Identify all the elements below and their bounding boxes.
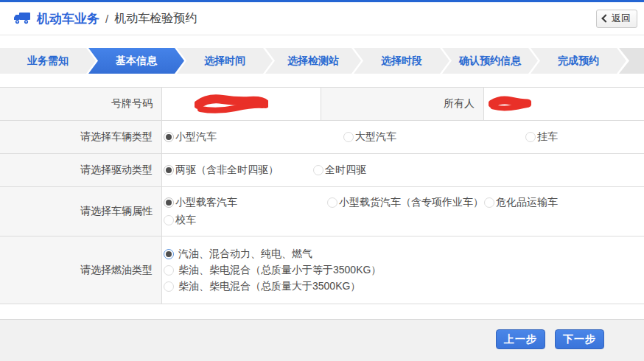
radio-option-school-bus[interactable]: 校车 xyxy=(164,214,196,227)
drive-type-options: 两驱（含非全时四驱） 全时四驱 xyxy=(162,154,644,186)
option-label: 小型载客汽车 xyxy=(175,196,237,209)
back-button-label: 返回 xyxy=(612,12,631,25)
option-label: 汽油、混合动力、纯电、燃气 xyxy=(178,248,312,261)
plate-number-label: 号牌号码 xyxy=(0,88,162,120)
table-row-vehicle-attr: 请选择车辆属性 小型载客汽车 小型载货汽车（含专项作业车） 危化品运输车 xyxy=(0,187,644,236)
back-chevron-icon xyxy=(601,14,609,22)
radio-option-diesel-gt-3500kg[interactable]: 柴油、柴电混合（总质量大于3500KG） xyxy=(164,280,360,293)
radio-icon[interactable] xyxy=(525,132,536,142)
next-step-button[interactable]: 下一步 xyxy=(555,329,604,349)
plate-redaction-scribble xyxy=(195,94,268,113)
radio-selected-icon[interactable] xyxy=(164,197,174,208)
vehicle-type-label: 请选择车辆类型 xyxy=(0,121,162,153)
vehicle-type-options: 小型汽车 大型汽车 挂车 xyxy=(162,121,644,153)
radio-option-trailer[interactable]: 挂车 xyxy=(525,130,558,144)
option-label: 危化品运输车 xyxy=(496,196,558,209)
radio-option-small-car[interactable]: 小型汽车 xyxy=(164,130,343,144)
step-select-timeslot[interactable]: 选择时段 xyxy=(354,48,449,74)
step-business-notice[interactable]: 业务需知 xyxy=(0,48,96,74)
vehicle-attr-line-1: 小型载客汽车 小型载货汽车（含专项作业车） 危化品运输车 xyxy=(164,196,558,209)
vehicle-inspection-page: 机动车业务 / 机动车检验预约 返回 业务需知 基本信息 选择时间 选择检测站 … xyxy=(0,0,644,361)
drive-type-label: 请选择驱动类型 xyxy=(0,154,162,186)
owner-value xyxy=(484,88,644,120)
step-select-station[interactable]: 选择检测站 xyxy=(265,48,361,74)
plate-number-value xyxy=(162,88,321,120)
page-header: 机动车业务 / 机动车检验预约 返回 xyxy=(0,2,644,35)
step-confirm-info[interactable]: 确认预约信息 xyxy=(442,48,538,74)
radio-option-two-wheel-drive[interactable]: 两驱（含非全时四驱） xyxy=(164,164,313,177)
step-select-time[interactable]: 选择时间 xyxy=(177,48,273,74)
wizard-stepper: 业务需知 基本信息 选择时间 选择检测站 选择时段 确认预约信息 完成预约 xyxy=(0,48,644,74)
vehicle-attr-line-2: 校车 xyxy=(164,214,196,227)
basic-info-form: 号牌号码 所有人 请选择车辆类型 小型汽车 xyxy=(0,87,644,304)
radio-option-diesel-le-3500kg[interactable]: 柴油、柴电混合（总质量小于等于3500KG） xyxy=(164,264,381,277)
option-label: 小型载货汽车（含专项作业车） xyxy=(339,196,483,209)
radio-selected-icon[interactable] xyxy=(164,132,174,142)
option-label: 校车 xyxy=(175,214,196,227)
prev-step-button[interactable]: 上一步 xyxy=(496,329,545,349)
option-label: 大型汽车 xyxy=(355,130,396,144)
radio-option-small-passenger[interactable]: 小型载客汽车 xyxy=(164,196,327,209)
option-label: 全时四驱 xyxy=(325,164,366,177)
option-label: 挂车 xyxy=(537,130,558,144)
radio-icon[interactable] xyxy=(313,165,323,175)
wizard-footer: 上一步 下一步 xyxy=(0,319,644,361)
option-label: 柴油、柴电混合（总质量大于3500KG） xyxy=(178,280,360,293)
page-title: 机动车业务 xyxy=(37,10,99,27)
radio-icon[interactable] xyxy=(164,215,174,225)
table-row-plate-owner: 号牌号码 所有人 xyxy=(0,88,644,121)
option-label: 小型汽车 xyxy=(175,130,217,144)
radio-icon[interactable] xyxy=(484,197,494,208)
radio-option-all-time-4wd[interactable]: 全时四驱 xyxy=(313,164,366,177)
option-label: 柴油、柴电混合（总质量小于等于3500KG） xyxy=(178,264,381,277)
step-complete[interactable]: 完成预约 xyxy=(531,48,626,74)
back-button[interactable]: 返回 xyxy=(596,10,637,28)
owner-label: 所有人 xyxy=(321,88,484,120)
vehicle-attr-label: 请选择车辆属性 xyxy=(0,187,162,236)
radio-icon[interactable] xyxy=(343,132,354,142)
radio-selected-icon[interactable] xyxy=(164,249,174,259)
vehicle-attr-options: 小型载客汽车 小型载货汽车（含专项作业车） 危化品运输车 校车 xyxy=(162,187,644,236)
owner-redaction-scribble xyxy=(489,96,531,112)
radio-selected-icon[interactable] xyxy=(164,165,174,175)
breadcrumb-current: 机动车检验预约 xyxy=(114,11,197,27)
breadcrumb-divider: / xyxy=(105,13,108,25)
step-basic-info[interactable]: 基本信息 xyxy=(88,48,184,74)
radio-icon[interactable] xyxy=(327,197,337,208)
table-row-fuel-type: 请选择燃油类型 汽油、混合动力、纯电、燃气 柴油、柴电混合（总质量小于等于350… xyxy=(0,236,644,304)
radio-option-small-cargo[interactable]: 小型载货汽车（含专项作业车） xyxy=(327,196,484,209)
table-row-vehicle-type: 请选择车辆类型 小型汽车 大型汽车 挂车 xyxy=(0,121,644,154)
fuel-type-options: 汽油、混合动力、纯电、燃气 柴油、柴电混合（总质量小于等于3500KG） 柴油、… xyxy=(162,236,644,304)
radio-icon[interactable] xyxy=(164,281,174,292)
option-label: 两驱（含非全时四驱） xyxy=(175,164,279,177)
radio-option-gasoline-hybrid-electric-gas[interactable]: 汽油、混合动力、纯电、燃气 xyxy=(164,248,312,261)
table-row-drive-type: 请选择驱动类型 两驱（含非全时四驱） 全时四驱 xyxy=(0,154,644,187)
truck-icon xyxy=(13,12,31,25)
fuel-type-label: 请选择燃油类型 xyxy=(0,236,162,304)
radio-option-large-car[interactable]: 大型汽车 xyxy=(343,130,525,144)
radio-icon[interactable] xyxy=(164,265,174,276)
radio-option-hazmat-transport[interactable]: 危化品运输车 xyxy=(484,196,558,209)
